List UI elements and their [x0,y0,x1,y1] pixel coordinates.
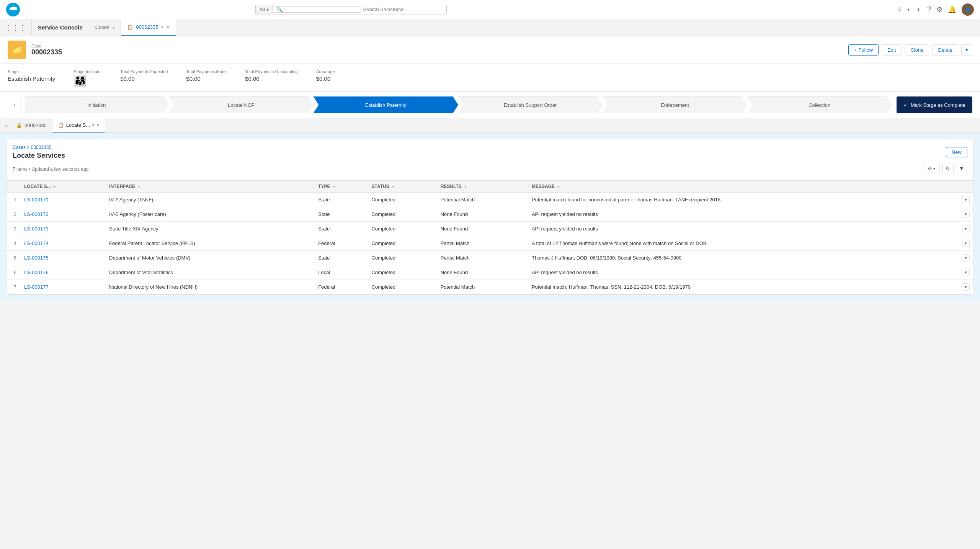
nav-icons-group: ☆ ▾ ＋ ? ⚙ 🔔 👤 [897,3,974,16]
row-action-button[interactable]: ▾ [962,196,970,203]
cell-row-num: 5 [7,251,20,265]
favorites-chevron-icon[interactable]: ▾ [907,7,910,12]
th-message[interactable]: MESSAGE ▾ [528,181,958,193]
step-initiation[interactable]: Initiation [24,96,169,113]
th-status[interactable]: STATUS ▾ [368,181,436,193]
table-header-row: LOCATE S... ▾ INTERFACE ▾ TYPE ▾ STATUS … [7,181,973,193]
step-establish-paternity[interactable]: Establish Paternity [313,96,458,113]
locate-s-link[interactable]: LS-000173 [24,226,49,232]
cell-type: State [314,222,368,236]
column-settings-button[interactable]: ⚙ ▾ [923,163,940,174]
sub-tab-bar: › 🔒 00002335 📋 Locate S... ▾ ✕ [0,118,980,133]
cell-row-action: ▾ [958,265,973,280]
cell-results: Potential Match [437,280,528,294]
follow-button[interactable]: + Follow [848,44,879,56]
favorites-icon[interactable]: ☆ [897,6,902,13]
locate-s-link[interactable]: LS-000172 [24,211,49,217]
clone-button[interactable]: Clone [905,44,929,56]
filter-button[interactable]: ▼ [956,163,967,174]
th-interface[interactable]: INTERFACE ▾ [105,181,314,193]
tab-case-detail-close-icon[interactable]: ✕ [166,25,170,29]
sort-icon-type: ▾ [333,185,335,189]
step-locate-ncp[interactable]: Locate NCP [169,96,314,113]
cell-message: API request yielded no results [528,207,958,222]
cell-locate-s: LS-000177 [20,280,105,294]
th-locate-s[interactable]: LOCATE S... ▾ [20,181,105,193]
locate-s-link[interactable]: LS-000174 [24,240,49,246]
content-area: Cases > 00002335 Locate Services New 7 i… [0,133,980,301]
locate-s-link[interactable]: LS-000177 [24,284,49,290]
top-navigation: All ▾ 🔍 ☆ ▾ ＋ ? ⚙ 🔔 👤 [0,0,980,19]
cell-interface: Department of Motor Vehicles (DMV) [105,251,314,265]
sort-icon-locate-s: ▾ [54,185,56,189]
tab-case-detail-chevron-icon[interactable]: ▾ [161,25,163,29]
row-action-button[interactable]: ▾ [962,283,970,291]
sub-tab-case-main[interactable]: 🔒 00002335 [11,118,52,132]
table-row: 2 LS-000172 IV-E Agency (Foster care) St… [7,207,973,222]
progress-nav-back-button[interactable]: › [8,96,21,114]
search-icon: 🔍 [273,6,361,13]
refresh-button[interactable]: ↻ [942,163,954,174]
app-name-label: Service Console [32,19,89,36]
row-action-button[interactable]: ▾ [962,254,970,261]
delete-button[interactable]: Delete [932,44,958,56]
sub-tab-locate-services-icon: 📋 [58,122,64,128]
cell-interface: National Directory of New Hires (NDNH) [105,280,314,294]
progress-bar-area: › Initiation Locate NCP Establish Patern… [0,92,980,118]
table-body: 1 LS-000171 IV-A Agency (TANF) State Com… [7,193,973,294]
row-action-button[interactable]: ▾ [962,269,970,276]
cell-type: State [314,207,368,222]
tab-cases-chevron-icon[interactable]: ▾ [113,25,114,29]
breadcrumb-case-number-link[interactable]: 00002335 [31,145,51,150]
locate-s-link[interactable]: LS-000171 [24,197,49,203]
cell-locate-s: LS-000173 [20,222,105,236]
more-actions-button[interactable]: ▾ [961,44,972,56]
cell-row-action: ▾ [958,193,973,207]
locate-s-link[interactable]: LS-000175 [24,255,49,261]
th-results[interactable]: RESULTS ▾ [437,181,528,193]
cell-message: Potential match: Huffman, Thomas; SSN: 1… [528,280,958,294]
row-action-button[interactable]: ▾ [962,240,970,247]
row-action-button[interactable]: ▾ [962,225,970,232]
sub-tab-locate-services-close-icon[interactable]: ✕ [96,123,100,127]
sub-tab-locate-services[interactable]: 📋 Locate S... ▾ ✕ [52,118,105,132]
notifications-icon[interactable]: 🔔 [948,5,956,14]
breadcrumb-cases-link[interactable]: Cases [13,145,26,150]
table-row: 3 LS-000173 State Title XIX Agency State… [7,222,973,236]
search-type-chevron: ▾ [266,7,269,12]
cell-row-num: 4 [7,236,20,251]
app-launcher-button[interactable]: ⋮⋮⋮ [0,19,32,36]
settings-icon[interactable]: ⚙ [936,5,942,14]
step-enforcement[interactable]: Enforcement [603,96,748,113]
row-action-button[interactable]: ▾ [962,211,970,218]
add-icon[interactable]: ＋ [915,5,922,14]
help-icon[interactable]: ? [927,5,931,13]
th-type[interactable]: TYPE ▾ [314,181,368,193]
mark-stage-complete-button[interactable]: ✓ Mark Stage as Complete [897,96,972,113]
locate-services-table: LOCATE S... ▾ INTERFACE ▾ TYPE ▾ STATUS … [7,180,973,294]
tab-cases[interactable]: Cases ▾ [89,19,121,36]
global-search-bar[interactable]: All ▾ 🔍 [255,4,447,15]
edit-button[interactable]: Edit [882,44,902,56]
step-establish-support-order[interactable]: Establish Support Order [458,96,603,113]
cell-locate-s: LS-000174 [20,236,105,251]
mark-complete-label: Mark Stage as Complete [911,102,965,108]
card-header-row: Cases > 00002335 Locate Services New [13,145,967,160]
sub-tab-expand-button[interactable]: › [2,118,11,132]
tab-case-detail-label: 00002335 [136,24,158,30]
locate-s-link[interactable]: LS-000176 [24,270,49,275]
cell-interface: Department of Vital Statistics [105,265,314,280]
user-avatar[interactable]: 👤 [962,3,974,16]
progress-steps: Initiation Locate NCP Establish Paternit… [24,96,892,113]
search-type-selector[interactable]: All ▾ [256,5,273,14]
filter-icon: ▼ [959,165,964,172]
search-input[interactable] [361,4,447,15]
new-button[interactable]: New [946,147,967,157]
sub-tab-case-main-label: 00002335 [24,123,47,128]
cell-row-num: 1 [7,193,20,207]
sub-tab-locate-services-chevron-icon[interactable]: ▾ [92,123,94,127]
cell-interface: Federal Parent Locator Service (FPLS) [105,236,314,251]
step-collection[interactable]: Collection [747,96,892,113]
sort-icon-results: ▾ [464,185,466,189]
tab-case-detail[interactable]: 📋 00002335 ▾ ✕ [121,19,176,36]
